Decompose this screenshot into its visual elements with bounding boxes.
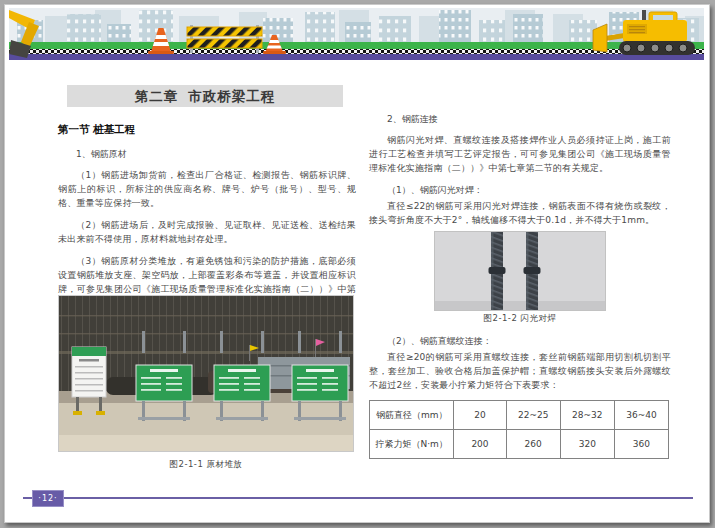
city-skyline-illustration (9, 8, 704, 60)
document-page-viewer: { "page": { "chapter_label": "第二章", "cha… (0, 0, 715, 528)
table-cell: 260 (506, 430, 560, 459)
paragraph: 钢筋闪光对焊、直螺纹连接及搭接焊作业人员必须持证上岗，施工前进行工艺检查并填写工… (369, 133, 671, 175)
table-cell: 36~40 (614, 401, 668, 430)
table-cell: 22~25 (506, 401, 560, 430)
subsection-heading-2: 2、钢筋连接 (369, 113, 671, 126)
table-cell: 拧紧力矩（N·m） (370, 430, 454, 459)
paragraph: 直径≥20的钢筋可采用直螺纹连接，套丝前钢筋端部用切割机切割平整，套丝加工、验收… (369, 350, 671, 392)
torque-table: 钢筋直径（mm） 20 22~25 28~32 36~40 拧紧力矩（N·m） … (369, 400, 669, 459)
table-row: 拧紧力矩（N·m） 200 260 320 360 (370, 430, 669, 459)
page-number-badge: ·12· (32, 490, 64, 507)
section-heading: 第一节 桩基工程 (58, 123, 356, 137)
table-cell: 320 (560, 430, 614, 459)
rebar (524, 231, 541, 311)
footer-divider-line (23, 497, 693, 499)
table-cell: 200 (454, 430, 506, 459)
item-heading: （1）、钢筋闪光对焊： (369, 183, 671, 197)
chapter-name: 市政桥梁工程 (188, 88, 275, 104)
chapter-label: 第二章 (135, 88, 179, 104)
table-cell: 360 (614, 430, 668, 459)
paragraph: （1）钢筋进场卸货前，检查出厂合格证、检测报告、钢筋标识牌、钢筋上的标识，所标注… (58, 168, 356, 210)
paragraph: 直径≤22的钢筋可采用闪光对焊连接，钢筋表面不得有烧伤或裂纹，接头弯折角度不大于… (369, 199, 671, 227)
table-cell: 钢筋直径（mm） (370, 401, 454, 430)
document-page: 第二章市政桥梁工程 第一节 桩基工程 1、钢筋原材 （1）钢筋进场卸货前，检查出… (4, 4, 710, 523)
purple-road-strip (9, 54, 704, 60)
figure-caption: 图2-1-1 原材堆放 (58, 459, 354, 471)
header-banner-artwork (9, 8, 704, 60)
right-column: 2、钢筋连接 钢筋闪光对焊、直螺纹连接及搭接焊作业人员必须持证上岗，施工前进行工… (369, 113, 671, 459)
table-row: 钢筋直径（mm） 20 22~25 28~32 36~40 (370, 401, 669, 430)
table-cell: 28~32 (560, 401, 614, 430)
figure-caption: 图2-1-2 闪光对焊 (369, 313, 671, 325)
paragraph: （2）钢筋进场后，及时完成报验、见证取样、见证送检、送检结果未出来前不得使用，原… (58, 218, 356, 246)
chapter-title-bar: 第二章市政桥梁工程 (67, 85, 343, 107)
figure-photo-flash-butt-weld (434, 231, 606, 311)
figure-photo-raw-material-yard (58, 295, 354, 452)
left-column: 第一节 桩基工程 1、钢筋原材 （1）钢筋进场卸货前，检查出厂合格证、检测报告、… (58, 123, 356, 318)
item-heading: （2）、钢筋直螺纹连接： (369, 334, 671, 348)
rebar (489, 231, 506, 311)
table-cell: 20 (454, 401, 506, 430)
subsection-heading-1: 1、钢筋原材 (58, 148, 356, 161)
